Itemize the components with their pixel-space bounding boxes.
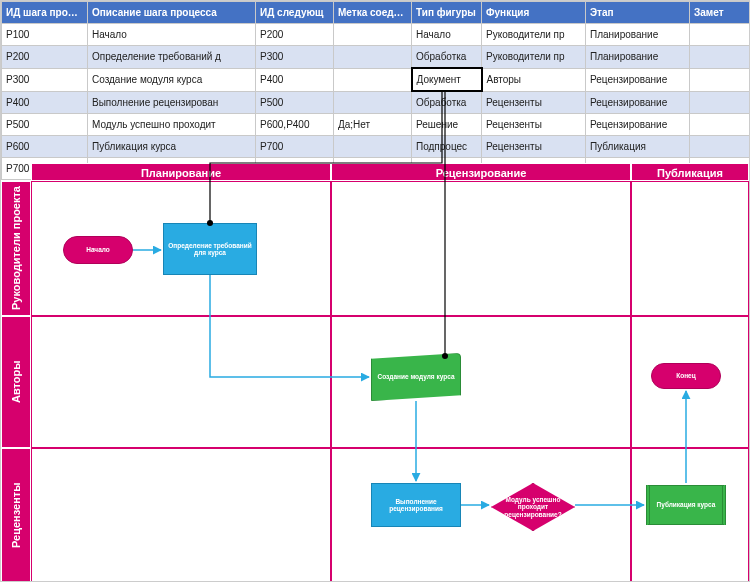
phase-header-publish: Публикация (631, 163, 749, 181)
table-row[interactable]: P200Определение требований дP300Обработк… (2, 46, 750, 69)
table-cell[interactable]: P200 (256, 24, 334, 46)
table-cell[interactable]: P400 (2, 91, 88, 114)
table-cell[interactable]: Планирование (586, 46, 690, 69)
lane-cell (31, 316, 331, 448)
table-cell[interactable]: Модуль успешно проходит (88, 114, 256, 136)
col-function[interactable]: Функция (482, 2, 586, 24)
table-cell[interactable] (334, 46, 412, 69)
table-cell[interactable] (334, 68, 412, 91)
table-cell[interactable]: Рецензенты (482, 114, 586, 136)
table-header-row: ИД шага процес Описание шага процесса ИД… (2, 2, 750, 24)
table-row[interactable]: P300Создание модуля курсаP400ДокументАвт… (2, 68, 750, 91)
phase-header-planning: Планирование (31, 163, 331, 181)
col-phase[interactable]: Этап (586, 2, 690, 24)
table-cell[interactable] (690, 68, 750, 91)
table-cell[interactable]: Обработка (412, 91, 482, 114)
shape-perform-review[interactable]: Выполнение рецензирования (371, 483, 461, 527)
table-cell[interactable]: Документ (412, 68, 482, 91)
table-cell[interactable] (690, 91, 750, 114)
table-cell[interactable]: Создание модуля курса (88, 68, 256, 91)
table-cell[interactable]: Рецензирование (586, 114, 690, 136)
table-cell[interactable]: Рецензирование (586, 68, 690, 91)
col-step-id[interactable]: ИД шага процес (2, 2, 88, 24)
table-cell[interactable] (690, 24, 750, 46)
table-row[interactable]: P600Публикация курсаP700ПодпроцесРецензе… (2, 136, 750, 158)
table-cell[interactable]: Решение (412, 114, 482, 136)
table-cell[interactable]: P600 (2, 136, 88, 158)
table-row[interactable]: P100НачалоP200НачалоРуководители прПлани… (2, 24, 750, 46)
table-cell[interactable]: Рецензенты (482, 136, 586, 158)
table-cell[interactable] (690, 136, 750, 158)
lane-cell (631, 181, 749, 316)
table-cell[interactable]: Обработка (412, 46, 482, 69)
table-cell[interactable]: Подпроцес (412, 136, 482, 158)
table-cell[interactable]: P100 (2, 24, 88, 46)
table-cell[interactable]: Публикация курса (88, 136, 256, 158)
table-cell[interactable]: P600,P400 (256, 114, 334, 136)
col-connector[interactable]: Метка соедини (334, 2, 412, 24)
phase-header-review: Рецензирование (331, 163, 631, 181)
table-cell[interactable]: P300 (2, 68, 88, 91)
table-cell[interactable]: Руководители пр (482, 46, 586, 69)
table-cell[interactable]: Публикация (586, 136, 690, 158)
table-cell[interactable]: Да;Нет (334, 114, 412, 136)
table-cell[interactable] (334, 24, 412, 46)
col-notes[interactable]: Замет (690, 2, 750, 24)
table-cell[interactable]: Рецензенты (482, 91, 586, 114)
role-header-leads: Руководители проекта (1, 181, 31, 316)
process-data-table[interactable]: ИД шага процес Описание шага процесса ИД… (1, 1, 750, 180)
shape-publish[interactable]: Публикация курса (646, 485, 726, 525)
shape-start[interactable]: Начало (63, 236, 133, 264)
role-header-authors: Авторы (1, 316, 31, 448)
col-description[interactable]: Описание шага процесса (88, 2, 256, 24)
table-row[interactable]: P500Модуль успешно проходитP600,P400Да;Н… (2, 114, 750, 136)
table-cell[interactable]: Начало (412, 24, 482, 46)
table-cell[interactable]: P700 (256, 136, 334, 158)
table-row[interactable]: P400Выполнение рецензированP500Обработка… (2, 91, 750, 114)
table-cell[interactable]: Начало (88, 24, 256, 46)
table-cell[interactable]: P200 (2, 46, 88, 69)
shape-define-requirements[interactable]: Определение требований для курса (163, 223, 257, 275)
table-cell[interactable] (690, 114, 750, 136)
role-header-reviewers: Рецензенты (1, 448, 31, 582)
shape-create-module[interactable]: Создание модуля курса (371, 353, 461, 401)
table-cell[interactable] (690, 46, 750, 69)
col-next-id[interactable]: ИД следующ (256, 2, 334, 24)
lane-cell (331, 181, 631, 316)
lane-cell (31, 448, 331, 582)
table-cell[interactable]: Определение требований д (88, 46, 256, 69)
shape-end[interactable]: Конец (651, 363, 721, 389)
table-cell[interactable]: P400 (256, 68, 334, 91)
table-cell[interactable]: Планирование (586, 24, 690, 46)
table-cell[interactable]: Авторы (482, 68, 586, 91)
table-cell[interactable] (334, 91, 412, 114)
table-cell[interactable]: P500 (256, 91, 334, 114)
table-cell[interactable]: Рецензирование (586, 91, 690, 114)
table-cell[interactable]: P500 (2, 114, 88, 136)
table-cell[interactable] (334, 136, 412, 158)
table-cell[interactable]: P300 (256, 46, 334, 69)
col-shape-type[interactable]: Тип фигуры (412, 2, 482, 24)
table-cell[interactable]: Выполнение рецензирован (88, 91, 256, 114)
swimlane-diagram[interactable]: Планирование Рецензирование Публикация Р… (1, 163, 749, 582)
table-cell[interactable]: Руководители пр (482, 24, 586, 46)
